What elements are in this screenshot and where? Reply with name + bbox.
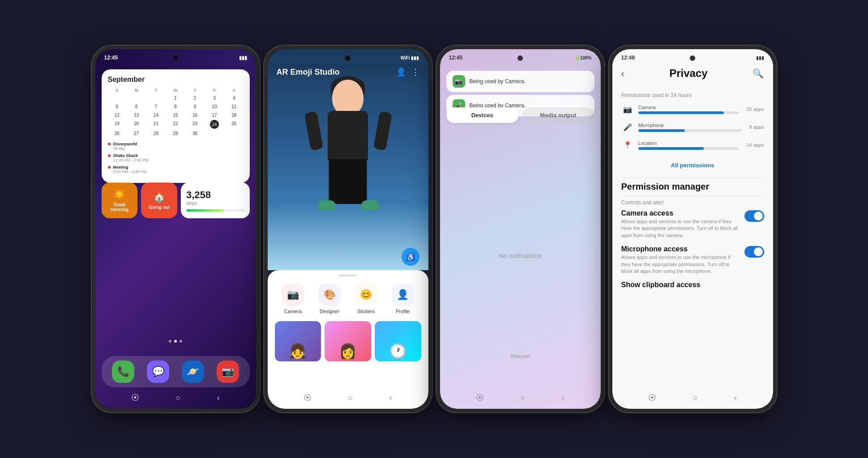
- nav-home-icon-4[interactable]: ○: [693, 393, 698, 403]
- steps-bar: [186, 209, 244, 212]
- all-permissions-button[interactable]: All permissions: [621, 157, 764, 174]
- cal-day-5[interactable]: 5: [108, 103, 127, 110]
- no-notifications-area: No notifications: [440, 148, 601, 364]
- avatar-shoe-left: [319, 200, 336, 210]
- widget-going-out[interactable]: 🏠 Going out: [141, 182, 177, 218]
- cal-day-21[interactable]: 21: [147, 120, 166, 129]
- cal-day-17[interactable]: 17: [205, 111, 224, 119]
- dock-messages[interactable]: 💬: [147, 360, 169, 383]
- camera-access-toggle[interactable]: [744, 210, 764, 222]
- tab-devices[interactable]: Devices: [446, 107, 519, 123]
- steps-count: 3,258: [186, 189, 244, 201]
- perm-location-bar: [638, 147, 740, 150]
- ar-camera-label: Camera: [284, 309, 302, 314]
- ar-menu-stickers[interactable]: 😊 Stickers: [355, 284, 377, 314]
- calendar-widget[interactable]: September S M T W T F S 1 2 3 4: [102, 69, 250, 183]
- dock-camera[interactable]: 📷: [217, 360, 239, 383]
- cal-day-28[interactable]: 28: [147, 130, 166, 137]
- cal-day-25[interactable]: 25: [225, 120, 244, 129]
- divider-1: [621, 178, 764, 178]
- setting-clipboard: Show clipboard access: [621, 281, 764, 289]
- cal-day-29[interactable]: 29: [166, 130, 185, 137]
- nav-recents-icon-4[interactable]: ⦿: [648, 393, 656, 403]
- ar-thumbnails: 👧 👩 🕐: [275, 321, 421, 361]
- cal-day-11[interactable]: 11: [225, 103, 244, 110]
- cal-day-14[interactable]: 14: [147, 111, 166, 119]
- tab-media-output[interactable]: Media output: [522, 107, 594, 123]
- status-time-3: 12:45: [449, 55, 463, 61]
- event-info: Disneyworld All day: [113, 142, 137, 151]
- notif-text-1: Being used by Camera.: [470, 78, 526, 85]
- privacy-search-icon[interactable]: 🔍: [753, 68, 764, 79]
- notif-card-1[interactable]: 📷 Being used by Camera.: [446, 71, 594, 92]
- cal-day-19[interactable]: 19: [108, 120, 127, 129]
- no-notifications-text: No notifications: [499, 252, 542, 259]
- nav-home-icon-3[interactable]: ○: [521, 393, 526, 403]
- ar-thumb-3[interactable]: 🕐: [375, 321, 421, 361]
- cal-day-15[interactable]: 15: [166, 111, 185, 119]
- nav-back-icon-4[interactable]: ‹: [734, 393, 737, 403]
- cal-day-9[interactable]: 9: [186, 103, 205, 110]
- nav-back-icon[interactable]: ‹: [217, 393, 220, 403]
- nav-home-icon[interactable]: ○: [176, 393, 181, 403]
- event-meeting[interactable]: Meeting 3:00 PM - 4:30 PM: [108, 165, 244, 174]
- perm-location-bar-area: Location: [638, 140, 740, 150]
- nav-bar-3: ⦿ ○ ‹: [440, 391, 601, 404]
- setting-clipboard-title: Show clipboard access: [621, 281, 764, 289]
- accessibility-button[interactable]: ♿: [402, 248, 419, 266]
- cal-day-23[interactable]: 23: [186, 120, 205, 129]
- cal-day-13[interactable]: 13: [127, 111, 146, 119]
- nav-recents-icon-3[interactable]: ⦿: [476, 393, 484, 403]
- cal-day-24-today[interactable]: 24: [210, 120, 219, 129]
- privacy-back-button[interactable]: ‹: [621, 68, 624, 79]
- cal-day-10[interactable]: 10: [205, 103, 224, 110]
- ar-thumb-1[interactable]: 👧: [275, 321, 321, 361]
- ar-menu-row: 📷 Camera 🎨 Designer 😊 Stickers 👤 Profile: [275, 284, 421, 314]
- cal-day-27[interactable]: 27: [127, 130, 146, 137]
- cal-day-7[interactable]: 7: [147, 103, 166, 110]
- widget-steps[interactable]: 3,258 steps: [181, 182, 250, 218]
- cal-day-12[interactable]: 12: [108, 111, 127, 119]
- nav-recents-icon-2[interactable]: ⦿: [304, 393, 312, 403]
- steps-label: steps: [186, 201, 244, 206]
- widget-good-morning[interactable]: ☀️ Good morning: [102, 182, 138, 218]
- dock-phone[interactable]: 📞: [112, 360, 134, 383]
- nav-recents-icon[interactable]: ⦿: [131, 393, 139, 403]
- ar-menu-designer[interactable]: 🎨 Designer: [318, 284, 341, 314]
- ar-share-icon[interactable]: 👤: [396, 67, 406, 77]
- perm-camera: 📷 Camera 20 apps: [621, 103, 764, 115]
- dock-samsung[interactable]: 🪐: [182, 360, 204, 383]
- calendar-grid: S M T W T F S 1 2 3 4 5 6: [108, 87, 244, 137]
- nav-home-icon-2[interactable]: ○: [348, 393, 353, 403]
- cal-day-16[interactable]: 16: [186, 111, 205, 119]
- phone-3: 12:45 🔋100% 📷 Being used by Camera. 🎤 Be…: [436, 46, 604, 412]
- perm-mic-count: 8 apps: [749, 124, 764, 130]
- event-time: 3:00 PM - 4:30 PM: [113, 170, 147, 174]
- cal-day-22[interactable]: 22: [166, 120, 185, 129]
- perm-location-count: 14 apps: [746, 142, 764, 148]
- event-shake-shack[interactable]: Shake Shack 11:00 AM - 2:00 PM: [108, 153, 244, 162]
- event-disneyworld[interactable]: Disneyworld All day: [108, 142, 244, 151]
- cal-day-2[interactable]: 2: [186, 94, 205, 102]
- cal-day-30[interactable]: 30: [186, 130, 205, 137]
- ar-menu-camera[interactable]: 📷 Camera: [282, 284, 304, 314]
- cal-day-8[interactable]: 8: [166, 103, 185, 110]
- nav-back-icon-3[interactable]: ‹: [562, 393, 564, 403]
- cal-day-4[interactable]: 4: [225, 94, 244, 102]
- ar-more-icon[interactable]: ⋮: [411, 67, 419, 77]
- cal-day-18[interactable]: 18: [225, 111, 244, 119]
- setting-mic-desc: Allows apps and services to use the micr…: [621, 254, 740, 275]
- mic-access-toggle[interactable]: [744, 246, 764, 258]
- ar-thumb-2[interactable]: 👩: [325, 321, 371, 361]
- cal-day-6[interactable]: 6: [127, 103, 146, 110]
- cal-day-3[interactable]: 3: [205, 94, 224, 102]
- cal-day-26[interactable]: 26: [108, 130, 127, 137]
- wifi-icon: WiFi ▮▮▮: [401, 55, 419, 60]
- ar-menu-profile[interactable]: 👤 Profile: [392, 284, 414, 314]
- phone-4: 12:48 ▮▮▮ ‹ Privacy 🔍 Permissions used i…: [609, 46, 777, 412]
- ar-profile-icon: 👤: [392, 284, 414, 306]
- cal-label-t2: T: [186, 87, 205, 93]
- nav-back-icon-2[interactable]: ‹: [389, 393, 392, 403]
- cal-day-20[interactable]: 20: [127, 120, 146, 129]
- cal-day-1[interactable]: 1: [166, 94, 185, 102]
